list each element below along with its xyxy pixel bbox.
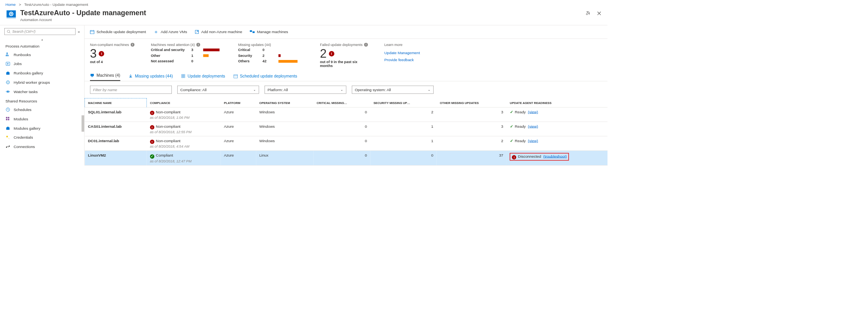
- other-cell: 3: [437, 122, 507, 136]
- schedule-update-deployment-button[interactable]: Schedule update deployment: [90, 30, 146, 34]
- check-icon: ✓: [510, 124, 513, 129]
- sidebar-label: Schedules: [14, 107, 32, 112]
- alert-badge-icon: !: [99, 51, 104, 56]
- learn-more-card: Learn more Update Management Provide fee…: [384, 42, 420, 68]
- tab-scheduled-deployments[interactable]: Scheduled update deployments: [233, 72, 297, 81]
- filter-by-name-input[interactable]: Filter by name: [90, 86, 172, 94]
- platform-cell: Azure: [221, 107, 256, 122]
- view-link[interactable]: (view): [528, 109, 538, 114]
- automation-account-icon: [5, 9, 17, 20]
- stat-value: 0: [191, 59, 199, 63]
- other-cell: 3: [437, 107, 507, 122]
- machines-tab-icon: [90, 73, 94, 77]
- table-row[interactable]: LinuxVM2✓Compliantas of 8/20/2018, 12:47…: [85, 151, 607, 165]
- stat-value: 3: [191, 48, 199, 52]
- chevron-down-icon: ⌄: [340, 88, 343, 92]
- sidebar-item-runbooks-gallery[interactable]: Runbooks gallery: [0, 69, 84, 78]
- info-icon[interactable]: i: [196, 43, 200, 47]
- breadcrumb: Home > TestAzureAuto - Update management: [0, 0, 608, 8]
- toolbar-label: Add Azure VMs: [161, 30, 187, 34]
- sidebar-item-runbooks[interactable]: Runbooks: [0, 50, 84, 59]
- sidebar-section-process-automation: Process Automation: [0, 41, 84, 50]
- svg-point-16: [6, 136, 8, 137]
- table-row[interactable]: SQL01.internal.lab!Non-compliantas of 8/…: [85, 107, 607, 122]
- platform-cell: Azure: [221, 136, 256, 151]
- stat-label: Critical: [238, 48, 258, 52]
- svg-rect-32: [234, 74, 238, 78]
- filter-platform-dropdown[interactable]: Platform: All⌄: [265, 86, 346, 94]
- pin-button[interactable]: [585, 11, 591, 16]
- info-icon[interactable]: i: [364, 43, 368, 47]
- breadcrumb-home[interactable]: Home: [5, 2, 16, 7]
- view-link[interactable]: (view): [528, 124, 538, 129]
- provide-feedback-link[interactable]: Provide feedback: [384, 58, 420, 62]
- search-input[interactable]: Search (Ctrl+/): [4, 28, 76, 35]
- download-icon: [128, 74, 132, 78]
- sidebar-item-credentials[interactable]: Credentials: [0, 133, 84, 142]
- tab-update-deployments[interactable]: Update deployments: [181, 72, 225, 81]
- tab-missing-updates[interactable]: Missing updates (44): [128, 72, 173, 81]
- critical-cell: 0: [313, 107, 370, 122]
- sidebar-label: Credentials: [14, 135, 33, 139]
- sidebar-item-modules[interactable]: Modules: [0, 114, 84, 123]
- command-bar: Schedule update deployment ＋ Add Azure V…: [85, 25, 608, 39]
- close-button[interactable]: [596, 11, 602, 16]
- readiness-cell: ✓Ready (view): [506, 107, 607, 122]
- sidebar-item-connections[interactable]: Connections: [0, 142, 84, 152]
- sidebar-item-modules-gallery[interactable]: Modules gallery: [0, 123, 84, 133]
- col-critical[interactable]: CRITICAL MISSING…: [313, 98, 370, 107]
- platform-cell: Azure: [221, 151, 256, 165]
- sidebar-item-jobs[interactable]: Jobs: [0, 59, 84, 69]
- table-row[interactable]: DC01.internal.lab!Non-compliantas of 8/2…: [85, 136, 607, 151]
- add-azure-vms-button[interactable]: ＋ Add Azure VMs: [153, 29, 187, 35]
- col-os[interactable]: OPERATING SYSTEM: [256, 98, 313, 107]
- svg-rect-30: [182, 76, 183, 78]
- tab-machines[interactable]: Machines (4): [90, 71, 120, 81]
- col-compliance[interactable]: COMPLIANCE: [146, 98, 221, 107]
- compliance-text: Non-compliant: [156, 139, 180, 143]
- machine-name: CAS01.internal.lab: [88, 124, 122, 129]
- chevron-down-icon: ⌄: [428, 88, 430, 92]
- col-other[interactable]: OTHER MISSING UPDATES: [437, 98, 507, 107]
- card-title: Missing updates (44): [238, 42, 271, 47]
- filter-compliance-dropdown[interactable]: Compliance: All⌄: [177, 86, 259, 94]
- sidebar-item-watcher-tasks[interactable]: Watcher tasks: [0, 87, 84, 96]
- troubleshoot-link[interactable]: (troubleshoot): [543, 154, 566, 158]
- search-icon: [7, 30, 11, 33]
- sidebar: Search (Ctrl+/) « ▲ Process Automation R…: [0, 25, 85, 165]
- security-cell: 0: [370, 151, 436, 165]
- breadcrumb-sep: >: [19, 2, 21, 7]
- summary-cards: Non-compliant machinesi 3! out of 4 Mach…: [85, 39, 608, 70]
- modules-icon: [5, 116, 11, 122]
- plus-icon: ＋: [153, 29, 159, 35]
- sidebar-label: Connections: [14, 144, 35, 149]
- collapse-sidebar-button[interactable]: «: [78, 29, 80, 33]
- asof-text: as of 8/20/2018, 4:54 AM: [150, 144, 189, 148]
- compliance-text: Non-compliant: [156, 109, 180, 114]
- view-link[interactable]: (view): [528, 139, 538, 143]
- toolbar-label: Manage machines: [257, 30, 288, 34]
- sidebar-label: Runbooks gallery: [14, 71, 43, 75]
- sidebar-scrollbar[interactable]: [81, 115, 84, 132]
- filter-os-dropdown[interactable]: Operating system: All⌄: [352, 86, 434, 94]
- manage-machines-button[interactable]: Manage machines: [250, 30, 288, 34]
- machine-name: DC01.internal.lab: [88, 139, 119, 143]
- col-readiness[interactable]: UPDATE AGENT READINESS: [506, 98, 607, 107]
- bar-icon: [279, 60, 298, 63]
- col-security[interactable]: SECURITY MISSING UP…: [370, 98, 436, 107]
- sidebar-item-schedules[interactable]: Schedules: [0, 105, 84, 115]
- machines-icon: [250, 30, 255, 34]
- bar-icon: [203, 54, 209, 57]
- col-platform[interactable]: PLATFORM: [221, 98, 256, 107]
- security-cell: 1: [370, 136, 436, 151]
- svg-rect-14: [6, 119, 7, 120]
- info-icon[interactable]: i: [131, 43, 134, 47]
- scroll-up-icon[interactable]: ▲: [0, 38, 84, 41]
- add-non-azure-machine-button[interactable]: Add non-Azure machine: [195, 30, 242, 34]
- table-row[interactable]: CAS01.internal.lab!Non-compliantas of 8/…: [85, 122, 607, 136]
- learn-update-management-link[interactable]: Update Management: [384, 51, 420, 55]
- col-machine-name[interactable]: MACHINE NAME: [85, 98, 146, 107]
- sidebar-item-hybrid-worker-groups[interactable]: Hybrid worker groups: [0, 78, 84, 87]
- noncompliant-icon: !: [150, 125, 154, 129]
- big-number: 2: [320, 48, 326, 60]
